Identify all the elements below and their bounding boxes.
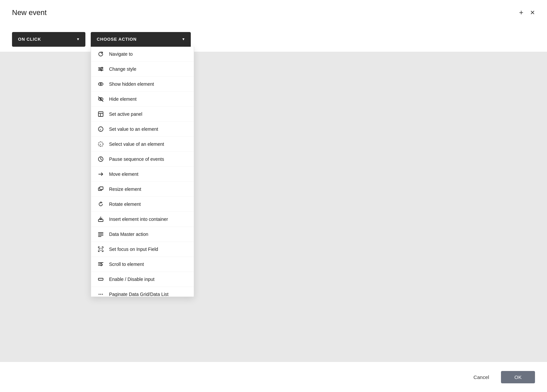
trigger-dropdown[interactable]: ON CLICK ▾ bbox=[12, 32, 85, 47]
menu-item-set-focus[interactable]: Set focus on Input Field bbox=[91, 242, 194, 257]
hide-element-icon bbox=[97, 95, 104, 103]
data-master-icon bbox=[97, 231, 104, 238]
select-value-label: Select value of an element bbox=[109, 141, 164, 147]
action-dropdown[interactable]: CHOOSE ACTION ▾ bbox=[91, 32, 191, 47]
svg-rect-25 bbox=[98, 220, 103, 222]
svg-text:x: x bbox=[100, 128, 101, 131]
svg-rect-31 bbox=[99, 248, 102, 250]
data-master-label: Data Master action bbox=[109, 232, 148, 237]
rotate-element-label: Rotate element bbox=[109, 202, 141, 207]
ok-button[interactable]: OK bbox=[501, 371, 535, 383]
svg-rect-14 bbox=[98, 112, 103, 116]
menu-item-enable-disable[interactable]: Enable / Disable input bbox=[91, 272, 194, 287]
menu-item-navigate-to[interactable]: Navigate to bbox=[91, 47, 194, 62]
svg-point-46 bbox=[102, 294, 103, 295]
move-element-icon bbox=[97, 170, 104, 178]
set-value-label: Set value to an element bbox=[109, 126, 158, 132]
pause-sequence-label: Pause sequence of events bbox=[109, 156, 164, 162]
paginate-data-label: Paginate Data Grid/Data List bbox=[109, 292, 168, 297]
trigger-chevron: ▾ bbox=[77, 37, 79, 41]
svg-point-44 bbox=[99, 294, 100, 295]
show-hidden-icon bbox=[97, 80, 104, 88]
navigate-to-icon bbox=[97, 50, 104, 58]
menu-item-insert-element[interactable]: Insert element into container bbox=[91, 212, 194, 227]
action-chevron: ▾ bbox=[182, 37, 185, 41]
svg-point-9 bbox=[98, 82, 103, 85]
close-icon[interactable]: ✕ bbox=[530, 10, 535, 16]
select-value-icon: x bbox=[97, 140, 104, 148]
svg-point-2 bbox=[102, 67, 103, 68]
svg-rect-24 bbox=[100, 187, 103, 189]
menu-item-move-element[interactable]: Move element bbox=[91, 167, 194, 182]
svg-text:x: x bbox=[100, 143, 101, 146]
menu-item-pause-sequence[interactable]: Pause sequence of events bbox=[91, 152, 194, 167]
set-active-panel-icon bbox=[97, 110, 104, 118]
dialog-title: New event bbox=[12, 8, 47, 17]
resize-element-icon bbox=[97, 185, 104, 193]
menu-item-hide-element[interactable]: Hide element bbox=[91, 92, 194, 107]
change-style-icon bbox=[97, 65, 104, 73]
svg-point-10 bbox=[100, 83, 101, 85]
menu-item-scroll-to[interactable]: Scroll to element bbox=[91, 257, 194, 272]
cancel-button[interactable]: Cancel bbox=[468, 371, 495, 383]
set-value-icon: x bbox=[97, 125, 104, 133]
action-label: CHOOSE ACTION bbox=[97, 37, 137, 42]
insert-element-icon bbox=[97, 216, 104, 223]
svg-rect-43 bbox=[98, 278, 103, 280]
show-hidden-label: Show hidden element bbox=[109, 81, 154, 87]
paginate-data-icon bbox=[97, 291, 104, 297]
menu-item-resize-element[interactable]: Resize element bbox=[91, 182, 194, 197]
menu-item-set-value[interactable]: x Set value to an element bbox=[91, 122, 194, 137]
menu-item-rotate-element[interactable]: Rotate element bbox=[91, 197, 194, 212]
menu-item-change-style[interactable]: Change style bbox=[91, 62, 194, 77]
svg-point-45 bbox=[100, 294, 101, 295]
menu-item-paginate-data[interactable]: Paginate Data Grid/Data List bbox=[91, 287, 194, 297]
move-element-label: Move element bbox=[109, 171, 138, 177]
trigger-label: ON CLICK bbox=[18, 37, 41, 42]
action-dropdown-menu: Navigate to C bbox=[91, 47, 194, 297]
set-focus-label: Set focus on Input Field bbox=[109, 247, 158, 252]
svg-point-8 bbox=[101, 70, 102, 71]
insert-element-label: Insert element into container bbox=[109, 217, 168, 222]
add-icon[interactable]: + bbox=[519, 9, 523, 16]
scroll-to-icon bbox=[97, 261, 104, 268]
svg-point-5 bbox=[100, 68, 101, 69]
menu-item-show-hidden[interactable]: Show hidden element bbox=[91, 77, 194, 92]
enable-disable-label: Enable / Disable input bbox=[109, 277, 154, 282]
enable-disable-icon bbox=[97, 276, 104, 283]
scroll-to-label: Scroll to element bbox=[109, 262, 144, 267]
menu-item-set-active-panel[interactable]: Set active panel bbox=[91, 107, 194, 122]
resize-element-label: Resize element bbox=[109, 186, 141, 192]
hide-element-label: Hide element bbox=[109, 96, 137, 102]
set-focus-icon bbox=[97, 246, 104, 253]
menu-item-select-value[interactable]: x Select value of an element bbox=[91, 137, 194, 152]
rotate-element-icon bbox=[97, 201, 104, 208]
menu-item-data-master[interactable]: Data Master action bbox=[91, 227, 194, 242]
set-active-panel-label: Set active panel bbox=[109, 111, 142, 117]
pause-sequence-icon bbox=[97, 155, 104, 163]
change-style-label: Change style bbox=[109, 66, 136, 72]
navigate-to-label: Navigate to bbox=[109, 51, 133, 57]
